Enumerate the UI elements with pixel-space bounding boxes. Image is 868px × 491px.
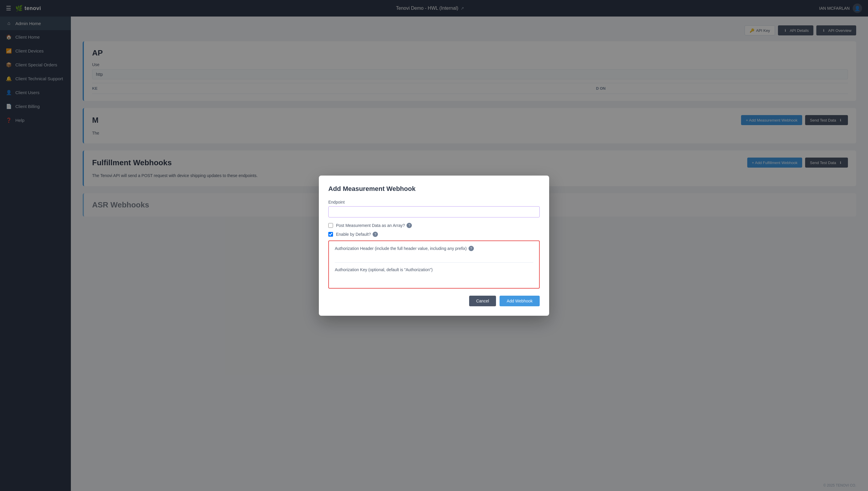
modal-footer: Cancel Add Webhook xyxy=(328,296,540,306)
auth-header-input[interactable] xyxy=(335,253,533,263)
auth-section: Authorization Header (include the full h… xyxy=(328,240,540,289)
enable-default-help-icon[interactable]: ? xyxy=(372,232,378,237)
post-array-label: Post Measurement Data as an Array? ? xyxy=(336,223,412,228)
endpoint-group: Endpoint xyxy=(328,200,540,218)
add-webhook-button[interactable]: Add Webhook xyxy=(500,296,540,306)
cancel-button[interactable]: Cancel xyxy=(469,296,496,306)
auth-key-label: Authorization Key (optional, default is … xyxy=(335,267,533,272)
enable-default-row: Enable by Default? ? xyxy=(328,232,540,237)
enable-default-label: Enable by Default? ? xyxy=(336,232,378,237)
enable-default-checkbox[interactable] xyxy=(328,232,333,237)
auth-key-input[interactable] xyxy=(335,274,533,283)
modal-overlay: Add Measurement Webhook Endpoint Post Me… xyxy=(0,0,868,491)
post-measurement-row: Post Measurement Data as an Array? ? xyxy=(328,223,540,228)
auth-header-help-icon[interactable]: ? xyxy=(469,246,474,251)
auth-header-label: Authorization Header (include the full h… xyxy=(335,246,533,251)
post-array-checkbox[interactable] xyxy=(328,223,333,228)
add-webhook-modal: Add Measurement Webhook Endpoint Post Me… xyxy=(319,176,549,316)
endpoint-input[interactable] xyxy=(328,206,540,218)
endpoint-label: Endpoint xyxy=(328,200,540,204)
post-array-help-icon[interactable]: ? xyxy=(407,223,412,228)
modal-title: Add Measurement Webhook xyxy=(328,185,540,193)
auth-section-inner: Authorization Header (include the full h… xyxy=(334,246,534,283)
